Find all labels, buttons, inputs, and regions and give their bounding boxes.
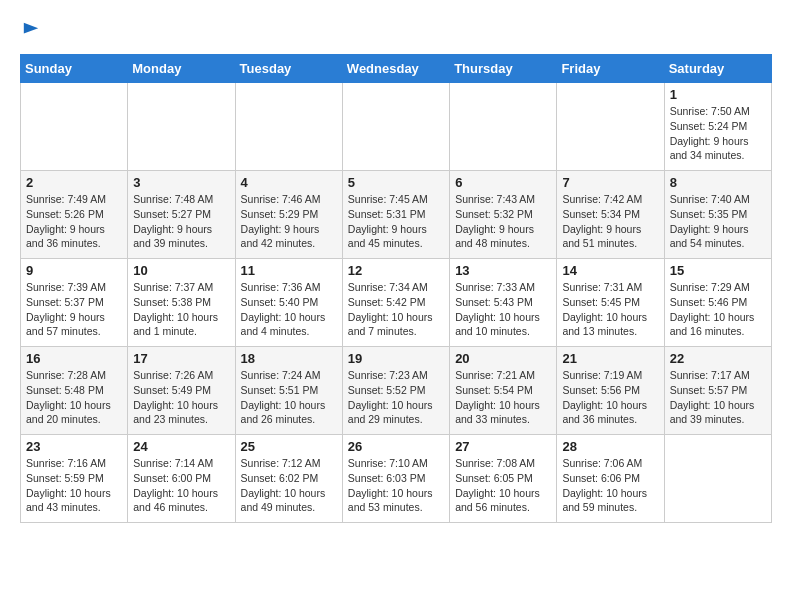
calendar-cell: 1Sunrise: 7:50 AM Sunset: 5:24 PM Daylig…	[664, 83, 771, 171]
day-info: Sunrise: 7:08 AM Sunset: 6:05 PM Dayligh…	[455, 456, 551, 515]
day-number: 16	[26, 351, 122, 366]
day-info: Sunrise: 7:34 AM Sunset: 5:42 PM Dayligh…	[348, 280, 444, 339]
calendar-cell: 25Sunrise: 7:12 AM Sunset: 6:02 PM Dayli…	[235, 435, 342, 523]
day-number: 3	[133, 175, 229, 190]
calendar-cell	[235, 83, 342, 171]
calendar-cell: 2Sunrise: 7:49 AM Sunset: 5:26 PM Daylig…	[21, 171, 128, 259]
day-number: 9	[26, 263, 122, 278]
logo-flag-icon	[22, 21, 40, 39]
day-info: Sunrise: 7:23 AM Sunset: 5:52 PM Dayligh…	[348, 368, 444, 427]
day-number: 22	[670, 351, 766, 366]
calendar-cell	[450, 83, 557, 171]
calendar-cell: 24Sunrise: 7:14 AM Sunset: 6:00 PM Dayli…	[128, 435, 235, 523]
svg-marker-0	[24, 23, 38, 34]
day-number: 13	[455, 263, 551, 278]
calendar-cell	[342, 83, 449, 171]
calendar-cell: 23Sunrise: 7:16 AM Sunset: 5:59 PM Dayli…	[21, 435, 128, 523]
calendar-cell: 7Sunrise: 7:42 AM Sunset: 5:34 PM Daylig…	[557, 171, 664, 259]
weekday-header-wednesday: Wednesday	[342, 55, 449, 83]
day-number: 15	[670, 263, 766, 278]
day-number: 12	[348, 263, 444, 278]
day-info: Sunrise: 7:50 AM Sunset: 5:24 PM Dayligh…	[670, 104, 766, 163]
calendar-cell: 4Sunrise: 7:46 AM Sunset: 5:29 PM Daylig…	[235, 171, 342, 259]
calendar-cell: 15Sunrise: 7:29 AM Sunset: 5:46 PM Dayli…	[664, 259, 771, 347]
week-row-2: 2Sunrise: 7:49 AM Sunset: 5:26 PM Daylig…	[21, 171, 772, 259]
calendar-cell: 8Sunrise: 7:40 AM Sunset: 5:35 PM Daylig…	[664, 171, 771, 259]
day-number: 24	[133, 439, 229, 454]
day-info: Sunrise: 7:40 AM Sunset: 5:35 PM Dayligh…	[670, 192, 766, 251]
weekday-header-row: SundayMondayTuesdayWednesdayThursdayFrid…	[21, 55, 772, 83]
calendar-cell: 14Sunrise: 7:31 AM Sunset: 5:45 PM Dayli…	[557, 259, 664, 347]
day-info: Sunrise: 7:21 AM Sunset: 5:54 PM Dayligh…	[455, 368, 551, 427]
day-info: Sunrise: 7:28 AM Sunset: 5:48 PM Dayligh…	[26, 368, 122, 427]
day-info: Sunrise: 7:06 AM Sunset: 6:06 PM Dayligh…	[562, 456, 658, 515]
calendar-cell: 21Sunrise: 7:19 AM Sunset: 5:56 PM Dayli…	[557, 347, 664, 435]
day-number: 26	[348, 439, 444, 454]
weekday-header-thursday: Thursday	[450, 55, 557, 83]
week-row-4: 16Sunrise: 7:28 AM Sunset: 5:48 PM Dayli…	[21, 347, 772, 435]
day-info: Sunrise: 7:49 AM Sunset: 5:26 PM Dayligh…	[26, 192, 122, 251]
day-number: 8	[670, 175, 766, 190]
calendar-cell: 26Sunrise: 7:10 AM Sunset: 6:03 PM Dayli…	[342, 435, 449, 523]
calendar-cell: 19Sunrise: 7:23 AM Sunset: 5:52 PM Dayli…	[342, 347, 449, 435]
calendar-cell: 11Sunrise: 7:36 AM Sunset: 5:40 PM Dayli…	[235, 259, 342, 347]
calendar-cell: 9Sunrise: 7:39 AM Sunset: 5:37 PM Daylig…	[21, 259, 128, 347]
day-info: Sunrise: 7:42 AM Sunset: 5:34 PM Dayligh…	[562, 192, 658, 251]
day-info: Sunrise: 7:33 AM Sunset: 5:43 PM Dayligh…	[455, 280, 551, 339]
page-header	[20, 20, 772, 44]
week-row-3: 9Sunrise: 7:39 AM Sunset: 5:37 PM Daylig…	[21, 259, 772, 347]
calendar-cell	[664, 435, 771, 523]
calendar-cell: 10Sunrise: 7:37 AM Sunset: 5:38 PM Dayli…	[128, 259, 235, 347]
day-info: Sunrise: 7:46 AM Sunset: 5:29 PM Dayligh…	[241, 192, 337, 251]
day-info: Sunrise: 7:24 AM Sunset: 5:51 PM Dayligh…	[241, 368, 337, 427]
day-info: Sunrise: 7:45 AM Sunset: 5:31 PM Dayligh…	[348, 192, 444, 251]
calendar-cell	[557, 83, 664, 171]
day-info: Sunrise: 7:10 AM Sunset: 6:03 PM Dayligh…	[348, 456, 444, 515]
day-number: 25	[241, 439, 337, 454]
weekday-header-saturday: Saturday	[664, 55, 771, 83]
day-info: Sunrise: 7:16 AM Sunset: 5:59 PM Dayligh…	[26, 456, 122, 515]
calendar-cell: 6Sunrise: 7:43 AM Sunset: 5:32 PM Daylig…	[450, 171, 557, 259]
day-number: 10	[133, 263, 229, 278]
day-info: Sunrise: 7:14 AM Sunset: 6:00 PM Dayligh…	[133, 456, 229, 515]
day-number: 2	[26, 175, 122, 190]
calendar-cell: 3Sunrise: 7:48 AM Sunset: 5:27 PM Daylig…	[128, 171, 235, 259]
day-info: Sunrise: 7:12 AM Sunset: 6:02 PM Dayligh…	[241, 456, 337, 515]
day-number: 7	[562, 175, 658, 190]
day-info: Sunrise: 7:29 AM Sunset: 5:46 PM Dayligh…	[670, 280, 766, 339]
day-number: 1	[670, 87, 766, 102]
day-info: Sunrise: 7:39 AM Sunset: 5:37 PM Dayligh…	[26, 280, 122, 339]
day-number: 5	[348, 175, 444, 190]
calendar-cell: 20Sunrise: 7:21 AM Sunset: 5:54 PM Dayli…	[450, 347, 557, 435]
calendar-cell: 16Sunrise: 7:28 AM Sunset: 5:48 PM Dayli…	[21, 347, 128, 435]
day-info: Sunrise: 7:43 AM Sunset: 5:32 PM Dayligh…	[455, 192, 551, 251]
calendar-cell: 17Sunrise: 7:26 AM Sunset: 5:49 PM Dayli…	[128, 347, 235, 435]
weekday-header-friday: Friday	[557, 55, 664, 83]
calendar-table: SundayMondayTuesdayWednesdayThursdayFrid…	[20, 54, 772, 523]
day-info: Sunrise: 7:26 AM Sunset: 5:49 PM Dayligh…	[133, 368, 229, 427]
calendar-cell: 5Sunrise: 7:45 AM Sunset: 5:31 PM Daylig…	[342, 171, 449, 259]
calendar-cell: 28Sunrise: 7:06 AM Sunset: 6:06 PM Dayli…	[557, 435, 664, 523]
weekday-header-tuesday: Tuesday	[235, 55, 342, 83]
day-number: 20	[455, 351, 551, 366]
weekday-header-monday: Monday	[128, 55, 235, 83]
calendar-cell: 22Sunrise: 7:17 AM Sunset: 5:57 PM Dayli…	[664, 347, 771, 435]
day-info: Sunrise: 7:31 AM Sunset: 5:45 PM Dayligh…	[562, 280, 658, 339]
day-info: Sunrise: 7:17 AM Sunset: 5:57 PM Dayligh…	[670, 368, 766, 427]
logo-text	[20, 20, 40, 44]
day-info: Sunrise: 7:48 AM Sunset: 5:27 PM Dayligh…	[133, 192, 229, 251]
day-number: 21	[562, 351, 658, 366]
day-number: 17	[133, 351, 229, 366]
weekday-header-sunday: Sunday	[21, 55, 128, 83]
calendar-cell: 27Sunrise: 7:08 AM Sunset: 6:05 PM Dayli…	[450, 435, 557, 523]
calendar-cell: 18Sunrise: 7:24 AM Sunset: 5:51 PM Dayli…	[235, 347, 342, 435]
day-info: Sunrise: 7:36 AM Sunset: 5:40 PM Dayligh…	[241, 280, 337, 339]
logo	[20, 20, 40, 44]
day-info: Sunrise: 7:37 AM Sunset: 5:38 PM Dayligh…	[133, 280, 229, 339]
calendar-cell: 12Sunrise: 7:34 AM Sunset: 5:42 PM Dayli…	[342, 259, 449, 347]
day-number: 28	[562, 439, 658, 454]
day-number: 19	[348, 351, 444, 366]
day-info: Sunrise: 7:19 AM Sunset: 5:56 PM Dayligh…	[562, 368, 658, 427]
calendar-cell	[21, 83, 128, 171]
day-number: 18	[241, 351, 337, 366]
